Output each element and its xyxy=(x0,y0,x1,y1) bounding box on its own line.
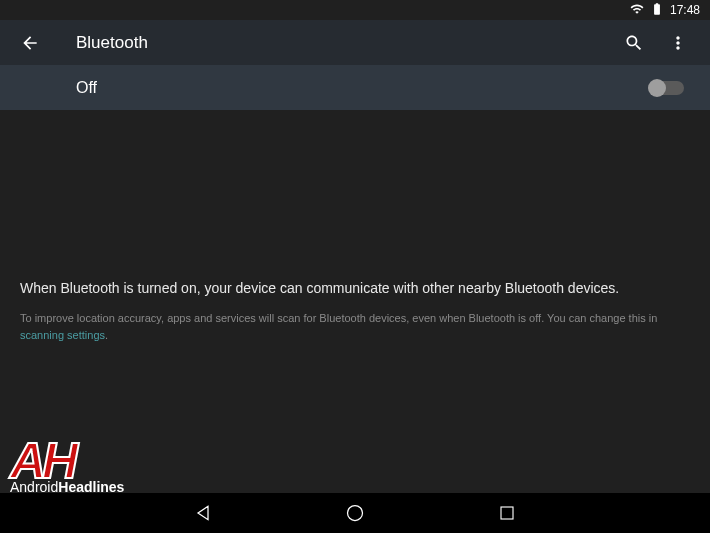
wifi-icon xyxy=(630,2,644,19)
more-vert-icon xyxy=(668,33,688,53)
status-bar: 17:48 xyxy=(0,0,710,20)
status-time: 17:48 xyxy=(670,3,700,17)
back-button[interactable] xyxy=(18,31,42,55)
info-text: When Bluetooth is turned on, your device… xyxy=(20,280,690,296)
bluetooth-toggle-row[interactable]: Off xyxy=(0,65,710,110)
watermark: AH AndroidHeadlines xyxy=(10,441,124,495)
nav-recents-button[interactable] xyxy=(496,502,518,524)
page-title: Bluetooth xyxy=(76,33,148,53)
search-icon xyxy=(624,33,644,53)
nav-home-button[interactable] xyxy=(344,502,366,524)
svg-rect-1 xyxy=(501,507,513,519)
navigation-bar xyxy=(0,493,710,533)
bluetooth-switch[interactable] xyxy=(650,81,684,95)
content-area: When Bluetooth is turned on, your device… xyxy=(0,110,710,343)
switch-thumb xyxy=(648,79,666,97)
nav-back-button[interactable] xyxy=(192,502,214,524)
overflow-menu-button[interactable] xyxy=(664,29,692,57)
search-button[interactable] xyxy=(620,29,648,57)
scanning-settings-link[interactable]: scanning settings xyxy=(20,329,105,341)
svg-point-0 xyxy=(348,506,363,521)
toggle-state-label: Off xyxy=(76,79,97,97)
sub-info-text: To improve location accuracy, apps and s… xyxy=(20,310,690,343)
watermark-logo: AH xyxy=(10,441,124,481)
app-bar: Bluetooth xyxy=(0,20,710,65)
battery-icon xyxy=(650,2,664,19)
